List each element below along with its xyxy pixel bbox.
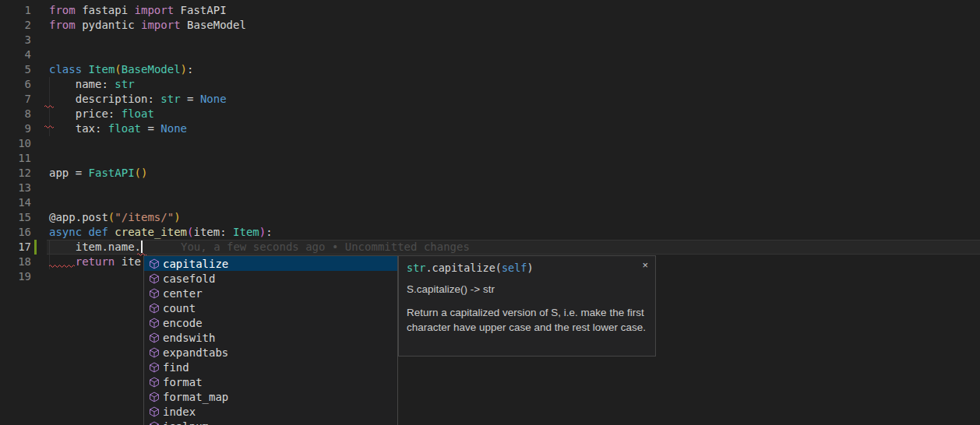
token: ) — [259, 226, 266, 238]
suggestion-label: count — [163, 302, 196, 314]
method-icon — [148, 376, 160, 388]
token: float — [108, 122, 141, 135]
code-line[interactable]: 4 — [0, 47, 980, 62]
line-number: 11 — [0, 151, 31, 166]
token: @app.post — [49, 211, 108, 223]
token: ite — [115, 255, 141, 268]
code-area[interactable]: 1from fastapi import FastAPI2from pydant… — [0, 3, 980, 284]
line-number: 18 — [0, 255, 31, 269]
method-icon — [148, 346, 160, 359]
suggestion-find[interactable]: find — [144, 360, 397, 374]
method-icon — [148, 361, 160, 374]
token: = — [141, 122, 160, 135]
error-squiggle — [44, 125, 54, 128]
line-number: 10 — [0, 136, 31, 151]
token — [82, 226, 88, 238]
suggestion-casefold[interactable]: casefold — [144, 271, 397, 286]
line-number: 14 — [0, 195, 31, 210]
code-text: item.name.You, a few seconds ago • Uncom… — [47, 240, 980, 255]
suggestion-label: center — [163, 287, 203, 300]
token: tax: — [49, 122, 108, 135]
code-text — [47, 136, 980, 151]
token: BaseModel — [181, 19, 246, 31]
token: name: — [49, 78, 115, 90]
line-number: 13 — [0, 181, 31, 195]
code-line[interactable]: 3 — [0, 33, 980, 47]
git-blame-annotation: You, a few seconds ago • Uncommitted cha… — [181, 241, 470, 253]
token: : — [187, 63, 193, 76]
suggest-widget: capitalizecasefoldcentercountencodeendsw… — [143, 255, 398, 425]
method-icon — [148, 406, 160, 418]
code-line[interactable]: 2from pydantic import BaseModel — [0, 18, 980, 33]
suggestion-label: casefold — [163, 272, 215, 285]
docs-signature: str.capitalize(self) — [407, 262, 647, 274]
code-text — [47, 47, 980, 62]
suggestion-expandtabs[interactable]: expandtabs — [144, 345, 397, 360]
close-icon[interactable]: × — [640, 258, 650, 272]
code-line[interactable]: 17 item.name.You, a few seconds ago • Un… — [0, 240, 980, 255]
suggestion-center[interactable]: center — [144, 286, 397, 300]
token: BaseModel — [122, 63, 181, 76]
line-number: 16 — [0, 225, 31, 240]
token: "/items/" — [115, 211, 174, 223]
gutter-change-indicator — [34, 240, 37, 255]
token — [82, 63, 88, 76]
suggestion-format[interactable]: format — [144, 374, 397, 389]
code-text — [47, 195, 980, 210]
code-line[interactable]: 6 name: str — [0, 77, 980, 92]
code-line[interactable]: 14 — [0, 195, 980, 210]
method-icon — [148, 420, 160, 425]
code-text — [47, 33, 980, 47]
method-icon — [148, 391, 160, 403]
code-line[interactable]: 11 — [0, 151, 980, 166]
code-line[interactable]: 10 — [0, 136, 980, 151]
line-number: 3 — [0, 33, 31, 47]
token: None — [160, 122, 187, 135]
token: app = — [49, 167, 89, 179]
suggestion-label: capitalize — [163, 258, 228, 270]
suggestion-isalnum[interactable]: isalnum — [144, 419, 397, 425]
line-number: 7 — [0, 92, 31, 107]
code-line[interactable]: 8 price: float — [0, 107, 980, 121]
code-text: price: float — [47, 107, 980, 121]
code-text: name: str — [47, 77, 980, 92]
suggestion-index[interactable]: index — [144, 404, 397, 419]
method-icon — [148, 317, 160, 329]
code-line[interactable]: 5class Item(BaseModel): — [0, 62, 980, 77]
code-line[interactable]: 7 description: str = None — [0, 92, 980, 107]
token: : — [266, 226, 272, 238]
token: self — [502, 262, 527, 274]
suggestion-capitalize[interactable]: capitalize — [144, 256, 397, 271]
code-text: tax: float = None — [47, 121, 980, 136]
code-line[interactable]: 12app = FastAPI() — [0, 166, 980, 181]
suggestion-format_map[interactable]: format_map — [144, 389, 397, 404]
token: from — [49, 4, 76, 16]
token: ) — [181, 63, 187, 76]
docs-body: Return a capitalized version of S, i.e. … — [407, 305, 647, 335]
code-line[interactable]: 13 — [0, 181, 980, 195]
code-text — [47, 151, 980, 166]
error-squiggle — [49, 264, 76, 268]
code-line[interactable]: 16async def create_item(item: Item): — [0, 225, 980, 240]
suggestion-label: find — [163, 361, 189, 374]
suggestion-encode[interactable]: encode — [144, 315, 397, 330]
line-number: 12 — [0, 166, 31, 181]
code-line[interactable]: 9 tax: float = None — [0, 121, 980, 136]
line-number: 19 — [0, 269, 31, 284]
code-line[interactable]: 15@app.post("/items/") — [0, 210, 980, 225]
method-icon — [148, 272, 160, 285]
token: float — [122, 107, 154, 120]
method-icon — [148, 258, 160, 270]
suggestion-endswith[interactable]: endswith — [144, 330, 397, 345]
line-number: 5 — [0, 62, 31, 77]
suggestion-count[interactable]: count — [144, 300, 397, 315]
token: item.name. — [49, 241, 141, 253]
token: class — [49, 63, 82, 76]
line-number: 4 — [0, 47, 31, 62]
code-text: from fastapi import FastAPI — [47, 3, 980, 18]
token: .capitalize( — [425, 262, 502, 274]
suggestion-label: encode — [163, 317, 203, 329]
code-line[interactable]: 1from fastapi import FastAPI — [0, 3, 980, 18]
token: return — [76, 255, 115, 268]
code-text: class Item(BaseModel): — [47, 62, 980, 77]
